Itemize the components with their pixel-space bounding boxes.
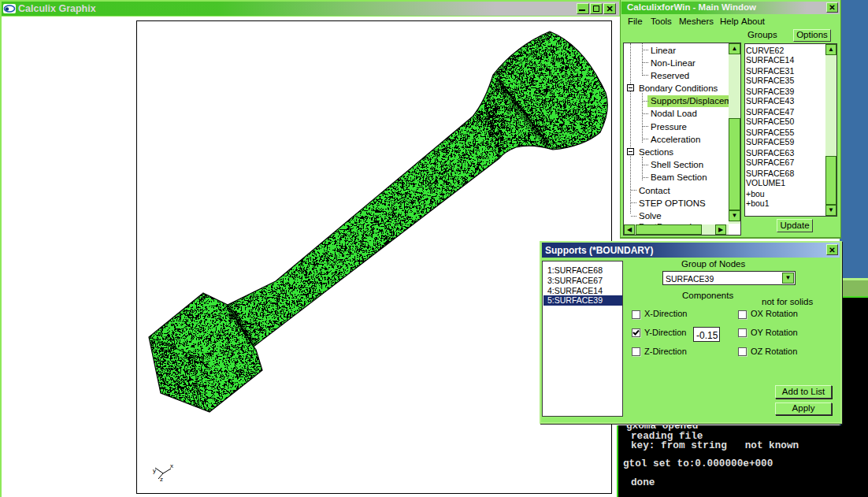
svg-text:y: y — [153, 467, 156, 474]
svg-text:z: z — [160, 476, 163, 483]
svg-text:x: x — [170, 462, 173, 469]
